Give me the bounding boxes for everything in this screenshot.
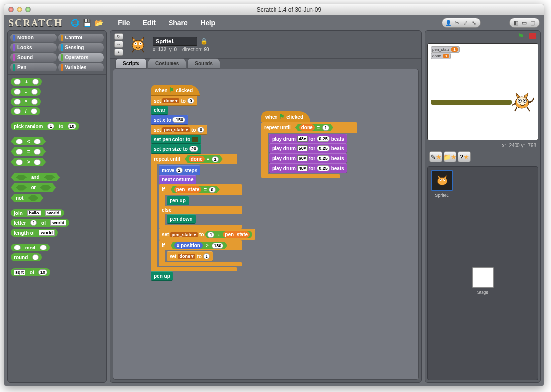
block-subtract[interactable]: - (11, 88, 41, 96)
zoom-button[interactable] (25, 7, 31, 12)
block-eq[interactable]: = (11, 147, 46, 156)
block-pen-up-final[interactable]: pen up (151, 271, 173, 281)
block-drum-2[interactable]: play drum 50▾ for 0.25 beats (269, 143, 347, 153)
svg-point-14 (440, 179, 441, 180)
grow-icon[interactable]: ⤢ (461, 19, 469, 26)
block-if-else[interactable]: if pen_state = 0 pen up else pen down (159, 184, 242, 229)
block-and[interactable]: and (11, 173, 60, 181)
block-not[interactable]: not (11, 194, 43, 202)
block-set-penstate-toggle[interactable]: set pen_state ▾ to 1 - pen_state (159, 229, 255, 240)
blocks-palette-panel: Motion Control Looks Sensing Sound Opera… (7, 30, 107, 383)
block-drum-1[interactable]: play drum 48▾ for 0.25 beats (269, 134, 347, 143)
new-sprite-paint-button[interactable]: ✎★ (429, 151, 442, 162)
category-sensing[interactable]: Sensing (58, 43, 104, 52)
close-button[interactable] (8, 7, 14, 12)
svg-point-10 (524, 100, 526, 102)
block-letter-of[interactable]: letter 1 of world (11, 219, 69, 227)
green-flag-button[interactable]: ⚑ (517, 32, 524, 41)
block-move[interactable]: move 2 steps (159, 165, 200, 175)
stage-sprite-cat[interactable] (510, 90, 536, 114)
save-icon[interactable]: 💾 (82, 18, 91, 27)
script-main[interactable]: when ⚑ clicked set done ▾ to 0 clear set… (151, 85, 255, 281)
tab-scripts[interactable]: Scripts (115, 58, 147, 69)
svg-point-12 (437, 177, 447, 185)
block-pen-down[interactable]: pen down (167, 214, 196, 224)
scripts-canvas[interactable]: when ⚑ clicked set done ▾ to 0 clear set… (113, 69, 419, 380)
block-divide[interactable]: / (11, 107, 40, 115)
menu-share[interactable]: Share (164, 17, 193, 28)
block-pen-size[interactable]: set pen size to 20 (151, 144, 201, 154)
block-next-costume[interactable]: next costume (159, 175, 196, 184)
pen-trail (431, 100, 512, 105)
category-looks[interactable]: Looks (10, 43, 57, 52)
stage-view[interactable]: pen_state1 done1 (427, 43, 538, 140)
block-length-of[interactable]: length of world (11, 229, 58, 237)
shrink-icon[interactable]: ⤡ (470, 19, 478, 26)
tab-costumes[interactable]: Costumes (148, 58, 186, 69)
mac-titlebar: Scratch 1.4 of 30-Jun-09 (4, 4, 544, 15)
view-small-stage-icon[interactable]: ◧ (512, 19, 520, 26)
sprite-name-input[interactable] (153, 37, 197, 46)
category-motion[interactable]: Motion (10, 34, 57, 42)
block-repeat-until-2[interactable]: repeat until done = 1 play drum 48▾ for … (261, 122, 357, 178)
menu-file[interactable]: File (113, 17, 135, 28)
lock-icon[interactable]: 🔒 (200, 38, 207, 45)
sprite-thumbnail (127, 35, 149, 54)
sprite-thumb-sprite1[interactable]: Sprite1 (431, 170, 453, 198)
mouse-coords: x: -2400 y: -798 (425, 142, 540, 149)
stop-button[interactable] (529, 33, 536, 39)
hat-green-flag[interactable]: when ⚑ clicked (151, 85, 200, 96)
window-title: Scratch 1.4 of 30-Jun-09 (38, 6, 540, 13)
variable-watcher-penstate[interactable]: pen_state1 (431, 46, 460, 53)
block-lt[interactable]: < (11, 137, 46, 145)
block-if-xpos[interactable]: if x position > 130 set done ▾ to 1 (159, 240, 242, 266)
minimize-button[interactable] (17, 7, 22, 12)
scripts-panel: ↻ ↔ • (110, 30, 422, 383)
block-join[interactable]: join hello world (11, 209, 64, 217)
script-drums[interactable]: when ⚑ clicked repeat until done = 1 pla… (261, 111, 357, 178)
open-icon[interactable]: 📂 (94, 18, 103, 27)
category-sound[interactable]: Sound (10, 53, 57, 62)
block-multiply[interactable]: * (11, 98, 41, 106)
block-sqrt[interactable]: sqrt of 10 (11, 268, 50, 276)
rotate-flip-button[interactable]: ↔ (114, 41, 123, 48)
menu-help[interactable]: Help (196, 17, 220, 28)
rotate-none-button[interactable]: • (114, 49, 123, 56)
new-sprite-file-button[interactable]: 📁★ (444, 151, 456, 162)
hat-green-flag-2[interactable]: when ⚑ clicked (261, 111, 310, 122)
block-set-done-0[interactable]: set done ▾ to 0 (151, 96, 197, 106)
scissors-icon[interactable]: ✂ (453, 19, 461, 26)
block-set-x[interactable]: set x to -150 (151, 115, 188, 125)
rotate-free-button[interactable]: ↻ (114, 33, 123, 40)
block-repeat-until[interactable]: repeat until done = 1 move 2 steps next … (151, 154, 255, 271)
tab-sounds[interactable]: Sounds (187, 58, 220, 69)
category-operators[interactable]: Operators (58, 53, 104, 62)
block-pen-up[interactable]: pen up (167, 196, 189, 205)
block-set-done-1[interactable]: set done ▾ to 1 (167, 251, 213, 261)
scratch-logo: SCRATCH (8, 17, 63, 29)
stamp-icon[interactable]: 👤 (445, 19, 452, 26)
block-drum-4[interactable]: play drum 48▾ for 0.25 beats (269, 163, 347, 173)
block-set-penstate-0[interactable]: set pen_state ▾ to 0 (151, 125, 207, 135)
stage-thumb[interactable]: Stage (472, 267, 494, 295)
block-random[interactable]: pick random 1 to 10 (11, 122, 79, 130)
block-gt[interactable]: > (11, 158, 46, 166)
block-add[interactable]: + (11, 78, 42, 86)
variable-watcher-done[interactable]: done1 (431, 53, 451, 59)
menu-edit[interactable]: Edit (138, 17, 160, 28)
block-clear[interactable]: clear (151, 106, 168, 115)
category-pen[interactable]: Pen (10, 63, 57, 71)
view-present-icon[interactable]: ▢ (529, 19, 537, 26)
sprite-coords: x: 132 y: 0 direction: 90 (153, 47, 209, 52)
block-mod[interactable]: mod (11, 244, 50, 251)
new-sprite-surprise-button[interactable]: ?★ (458, 151, 471, 162)
globe-icon[interactable]: 🌐 (70, 18, 79, 27)
block-drum-3[interactable]: play drum 60▾ for 0.25 beats (269, 153, 347, 163)
category-variables[interactable]: Variables (58, 63, 104, 71)
editor-tools: 👤 ✂ ⤢ ⤡ (442, 18, 481, 28)
category-control[interactable]: Control (58, 34, 104, 42)
block-or[interactable]: or (11, 183, 56, 192)
block-pen-color[interactable]: set pen color to (151, 135, 201, 144)
block-round[interactable]: round (11, 253, 42, 261)
view-normal-icon[interactable]: ▭ (520, 19, 528, 26)
